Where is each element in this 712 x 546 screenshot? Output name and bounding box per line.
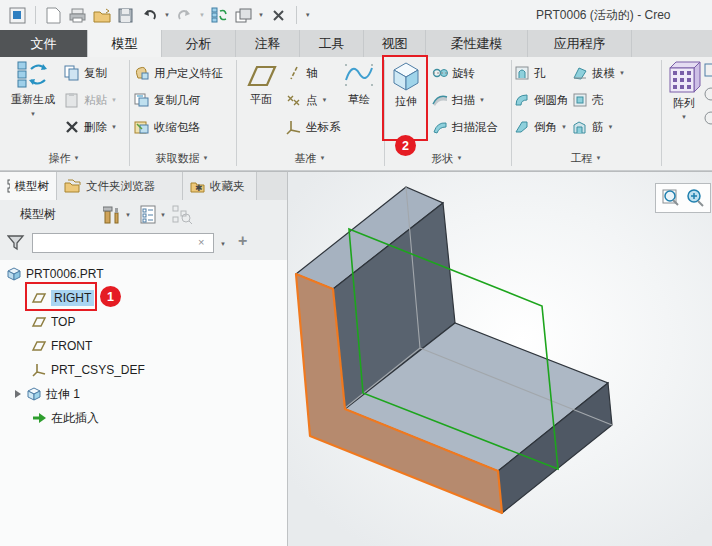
hole-button[interactable]: 孔 <box>514 62 546 84</box>
folder-browser-tab-icon <box>64 179 81 193</box>
window-arrange-icon[interactable] <box>234 6 253 25</box>
ribbon: 重新生成 ▼ 复制 粘贴 ▼ 删除 ▼ 操作▼ 用户定义特征 复制几何 <box>0 57 712 171</box>
delete-caret[interactable]: ▼ <box>111 124 117 130</box>
datum-label: 基准 <box>295 151 317 166</box>
tab-applications[interactable]: 应用程序 <box>528 30 632 57</box>
tab-folder-browser[interactable]: 文件夹浏览器 <box>57 172 183 200</box>
tab-tools[interactable]: 工具 <box>300 30 364 57</box>
round-button[interactable]: 倒圆角 ▼ <box>514 89 578 111</box>
redo-dropdown-caret: ▼ <box>199 12 205 18</box>
pattern-caret[interactable]: ▼ <box>681 114 687 120</box>
datum-point-caret[interactable]: ▼ <box>322 97 328 103</box>
tree-settings-icon[interactable] <box>140 205 157 224</box>
tree-item-csys[interactable]: PRT_CSYS_DEF <box>31 358 145 382</box>
chamfer-caret[interactable]: ▼ <box>561 124 567 130</box>
tree-tools-icon[interactable] <box>103 205 121 224</box>
expand-arrow-icon[interactable] <box>14 389 22 399</box>
creo-window: ▼ ▼ ▼ ▼ PRT0006 (活动的) - Creo 文件 模型 分析 注释… <box>0 0 712 546</box>
group-label-datum[interactable]: 基准▼ <box>260 150 360 166</box>
window-dropdown-caret[interactable]: ▼ <box>258 12 264 18</box>
datum-axis-button[interactable]: 轴 <box>286 62 318 84</box>
tree-item-top[interactable]: TOP <box>31 310 75 334</box>
sweep-button[interactable]: 扫描 ▼ <box>432 89 485 111</box>
titlebar: ▼ ▼ ▼ ▼ PRT0006 (活动的) - Creo <box>0 0 712 30</box>
open-folder-icon[interactable] <box>92 6 111 25</box>
folder-browser-tab-label: 文件夹浏览器 <box>86 179 155 194</box>
sketch-button[interactable]: 草绘 <box>336 60 382 140</box>
revolve-label: 旋转 <box>452 66 475 81</box>
sweep-caret[interactable]: ▼ <box>479 97 485 103</box>
rib-button[interactable]: 筋 ▼ <box>572 116 613 138</box>
revolve-button[interactable]: 旋转 <box>432 62 475 84</box>
favorites-tab-icon: ✱ <box>190 180 205 193</box>
new-file-icon[interactable] <box>44 6 63 25</box>
csys-icon <box>31 362 47 378</box>
copy-geometry-label: 复制几何 <box>154 93 200 108</box>
datum-plane-button[interactable]: 平面 <box>238 60 284 140</box>
group-label-engineering[interactable]: 工程▼ <box>536 150 636 166</box>
tree-tools-caret[interactable]: ▼ <box>125 212 131 218</box>
draft-button[interactable]: 拔模 ▼ <box>572 62 625 84</box>
round-label: 倒圆角 <box>534 93 569 108</box>
tab-annotate[interactable]: 注释 <box>236 30 300 57</box>
tab-model-tree[interactable]: 模型树 <box>0 172 57 200</box>
copy-geometry-button[interactable]: 复制几何 <box>134 89 200 111</box>
udf-button[interactable]: 用户定义特征 <box>134 62 223 84</box>
datum-csys-button[interactable]: 坐标系 <box>286 116 341 138</box>
tree-item-extrude1[interactable]: 拉伸 1 <box>14 382 80 406</box>
tree-item-insert-here-label: 在此插入 <box>51 410 99 427</box>
swept-blend-button[interactable]: 扫描混合 <box>432 116 498 138</box>
quick-access-toolbar: ▼ ▼ ▼ ▼ <box>0 6 311 25</box>
draft-caret[interactable]: ▼ <box>619 70 625 76</box>
tab-file[interactable]: 文件 <box>0 30 88 57</box>
regenerate-button[interactable]: 重新生成 ▼ <box>6 60 60 140</box>
rib-caret[interactable]: ▼ <box>608 124 614 130</box>
datum-point-button[interactable]: 点 ▼ <box>286 89 327 111</box>
regenerate-label: 重新生成 <box>11 92 55 107</box>
undo-icon[interactable] <box>140 6 159 25</box>
graphics-viewport[interactable] <box>288 171 712 546</box>
shell-button[interactable]: 壳 <box>572 89 604 111</box>
model-canvas[interactable] <box>288 172 712 546</box>
shrinkwrap-label: 收缩包络 <box>154 120 200 135</box>
filter-caret[interactable]: ▼ <box>220 241 226 247</box>
tree-item-csys-label: PRT_CSYS_DEF <box>51 363 145 377</box>
customize-toolbar-caret[interactable]: ▼ <box>305 12 311 18</box>
navigator-tabs: 模型树 文件夹浏览器 ✱ 收藏夹 <box>0 172 287 200</box>
close-window-icon[interactable] <box>269 6 288 25</box>
save-icon[interactable] <box>116 6 135 25</box>
tree-settings-caret[interactable]: ▼ <box>160 212 166 218</box>
group-label-operations[interactable]: 操作▼ <box>14 150 114 166</box>
regenerate-caret[interactable]: ▼ <box>30 111 36 117</box>
tab-analysis[interactable]: 分析 <box>162 30 236 57</box>
filter-add-icon[interactable]: + <box>238 232 247 250</box>
undo-dropdown-caret[interactable]: ▼ <box>164 12 170 18</box>
tree-item-front[interactable]: FRONT <box>31 334 92 358</box>
tab-model[interactable]: 模型 <box>88 30 162 57</box>
shrinkwrap-icon <box>134 119 150 135</box>
tab-view[interactable]: 视图 <box>364 30 426 57</box>
filter-funnel-icon[interactable] <box>7 234 25 251</box>
tree-filter-row: × ▼ + <box>0 228 287 258</box>
group-label-getdata[interactable]: 获取数据▼ <box>132 150 232 166</box>
right-plane-highlight-box <box>25 282 97 311</box>
tab-flexible-modeling[interactable]: 柔性建模 <box>426 30 528 57</box>
app-window-icon[interactable] <box>8 6 27 25</box>
step-2-badge: 2 <box>395 135 416 156</box>
filter-clear-icon[interactable]: × <box>198 236 204 248</box>
shrinkwrap-button[interactable]: 收缩包络 <box>134 116 200 138</box>
engineering-label: 工程 <box>571 151 593 166</box>
zoom-region-icon[interactable] <box>661 188 681 208</box>
zoom-in-icon[interactable] <box>685 188 705 208</box>
pattern-button[interactable]: 阵列 ▼ <box>664 60 704 140</box>
chamfer-button[interactable]: 倒角 ▼ <box>514 116 567 138</box>
tab-favorites[interactable]: ✱ 收藏夹 <box>183 172 257 200</box>
model-tree-title: 模型树 <box>20 206 56 223</box>
tree-filter-input[interactable] <box>32 233 214 253</box>
delete-button[interactable]: 删除 ▼ <box>64 116 117 138</box>
cutoff-edit-icons <box>703 62 712 132</box>
print-icon[interactable] <box>68 6 87 25</box>
tree-item-insert-here[interactable]: 在此插入 <box>31 406 99 430</box>
copy-button[interactable]: 复制 <box>64 62 107 84</box>
regenerate-small-icon[interactable] <box>210 6 229 25</box>
